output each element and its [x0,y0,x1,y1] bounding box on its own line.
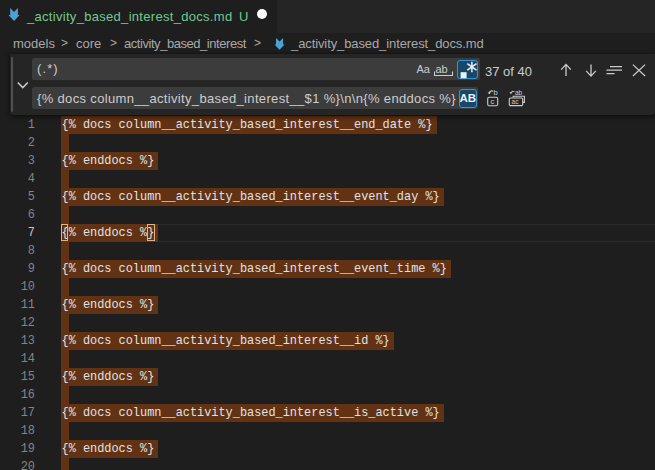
svg-text:b: b [494,89,498,97]
svg-text:ab: ab [515,89,523,96]
svg-text:c: c [491,97,495,106]
svg-text:ac: ac [512,98,520,105]
